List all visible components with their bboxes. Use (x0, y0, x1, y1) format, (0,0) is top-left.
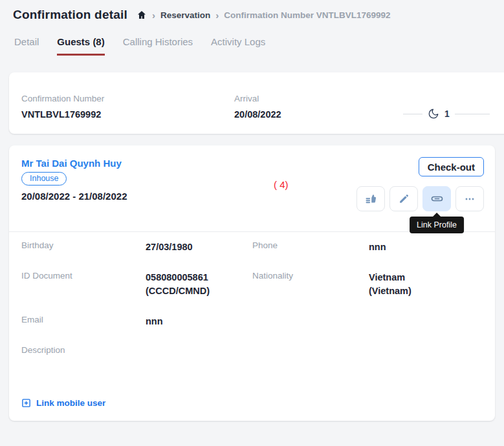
edit-pencil-icon[interactable] (389, 186, 418, 211)
plus-square-icon (21, 398, 31, 408)
arrival-label: Arrival (234, 94, 281, 103)
field-value-nationality: Vietnam (Vietnam) (369, 271, 483, 298)
tab-bar: Detail Guests (8) Calling Histories Acti… (14, 36, 265, 56)
field-label-id-document: ID Document (21, 271, 146, 281)
nationality-name: Vietnam (369, 271, 483, 284)
tab-calling-histories[interactable]: Calling Histories (123, 36, 193, 56)
breadcrumb-separator-icon: › (152, 10, 155, 20)
moon-icon (428, 108, 439, 120)
timeline-dash (403, 114, 422, 114)
link-profile-tooltip: Link Profile (410, 217, 464, 233)
check-out-button[interactable]: Check-out (419, 157, 484, 176)
field-value-phone: nnn (369, 240, 483, 254)
field-label-phone: Phone (252, 240, 369, 250)
field-label-nationality: Nationality (252, 271, 369, 281)
link-profile-icon[interactable]: Link Profile (422, 186, 451, 211)
guest-card: Mr Tai Dai Quynh Huy Inhouse 20/08/2022 … (9, 145, 495, 421)
tab-detail[interactable]: Detail (14, 36, 39, 56)
nights-indicator: 1 (403, 108, 490, 120)
status-badge: Inhouse (21, 172, 67, 186)
guest-action-buttons: Link Profile (356, 186, 484, 211)
id-document-type: (CCCD/CMND) (146, 284, 252, 298)
more-options-icon[interactable] (455, 186, 484, 211)
breadcrumb-separator-icon: › (215, 10, 219, 20)
breadcrumb-current: Confirmation Number VNTLBVL1769992 (224, 10, 390, 20)
field-value-birthday: 27/03/1980 (146, 240, 252, 254)
tab-guests[interactable]: Guests (8) (57, 36, 104, 56)
nights-count: 1 (444, 109, 450, 119)
confirmation-number-field: Confirmation Number VNTLBVL1769992 (21, 94, 104, 122)
reservation-summary-card: Confirmation Number VNTLBVL1769992 Arriv… (9, 72, 504, 134)
arrival-field: Arrival 20/08/2022 (234, 94, 281, 122)
field-label-email: Email (21, 315, 146, 324)
field-value-id-document: 058080005861 (CCCD/CMND) (146, 271, 252, 298)
guest-details-grid: Birthday 27/03/1980 Phone nnn ID Documen… (21, 240, 483, 355)
breadcrumb: › Reservation › Confirmation Number VNTL… (137, 10, 391, 20)
tab-activity-logs[interactable]: Activity Logs (211, 36, 265, 56)
red-annotation: ( 4) (274, 179, 289, 190)
breadcrumb-reservation[interactable]: Reservation (160, 10, 210, 20)
field-label-birthday: Birthday (21, 240, 146, 250)
field-label-description: Description (21, 345, 146, 355)
thumbs-up-list-icon[interactable] (356, 186, 385, 211)
nationality-detail: (Vietnam) (369, 284, 483, 298)
guest-name-link[interactable]: Mr Tai Dai Quynh Huy (21, 158, 122, 169)
confirmation-number-value: VNTLBVL1769992 (21, 108, 104, 122)
field-value-email: nnn (146, 315, 252, 328)
page-header: Confirmation detail › Reservation › Conf… (13, 8, 391, 22)
id-document-number: 058080005861 (146, 271, 252, 284)
link-mobile-user-button[interactable]: Link mobile user (21, 398, 105, 408)
stay-period: 20/08/2022 - 21/08/2022 (21, 191, 127, 202)
link-mobile-user-label: Link mobile user (36, 398, 105, 408)
page-title: Confirmation detail (13, 8, 127, 22)
confirmation-number-label: Confirmation Number (21, 94, 104, 103)
home-icon[interactable] (137, 10, 147, 20)
arrival-value: 20/08/2022 (234, 108, 281, 122)
timeline-dash (455, 114, 490, 114)
